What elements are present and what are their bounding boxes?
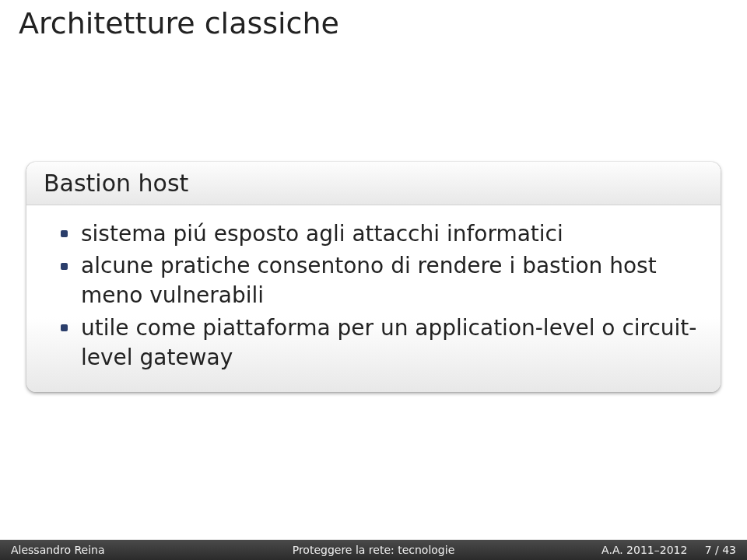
footer-topic: Proteggere la rete: tecnologie xyxy=(230,544,516,556)
footer-date: A.A. 2011–2012 xyxy=(601,544,687,556)
block-bastion-host: Bastion host sistema piú esposto agli at… xyxy=(26,162,721,393)
bullet-list: sistema piú esposto agli attacchi inform… xyxy=(61,219,703,373)
content-area: Bastion host sistema piú esposto agli at… xyxy=(0,40,747,560)
slide: Architetture classiche Bastion host sist… xyxy=(0,0,747,560)
block-heading: Bastion host xyxy=(26,162,721,205)
block-body: sistema piú esposto agli attacchi inform… xyxy=(26,205,721,393)
list-item: sistema piú esposto agli attacchi inform… xyxy=(61,219,703,249)
list-item: alcune pratiche consentono di rendere i … xyxy=(61,251,703,310)
footer: Alessandro Reina Proteggere la rete: tec… xyxy=(0,540,747,560)
list-item: utile come piattaforma per un applicatio… xyxy=(61,313,703,373)
slide-title: Architetture classiche xyxy=(0,0,747,40)
footer-author: Alessandro Reina xyxy=(11,544,230,556)
footer-page: 7 / 43 xyxy=(705,544,736,556)
footer-right: A.A. 2011–2012 7 / 43 xyxy=(517,544,736,556)
